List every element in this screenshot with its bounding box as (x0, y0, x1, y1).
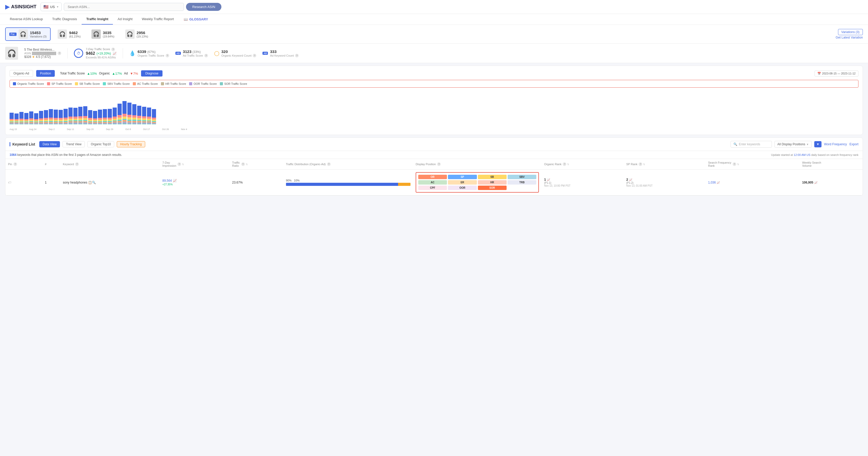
tab-reverse-asin[interactable]: Reverse ASIN Lookup (5, 14, 48, 25)
dp-info[interactable]: ? (437, 162, 441, 166)
bar-segment (122, 101, 127, 114)
col-impression: 7-DayImpression?⇅ (160, 159, 230, 170)
legend-sbv: SBV Traffic Score (103, 82, 130, 85)
product-price: $328 (24, 55, 31, 59)
organic-rank-value: 1 📈 (544, 178, 621, 181)
bar-group (147, 108, 151, 124)
bar-group (9, 113, 14, 124)
x-label (18, 128, 23, 131)
keyword-search-input[interactable]: 🔍 Enter keywords (731, 141, 772, 148)
dist-info[interactable]: ? (327, 162, 331, 166)
product-item-1[interactable]: Par. 🎧 15453 Variations (3) (5, 27, 51, 41)
product-item-4[interactable]: 🎧 2956 (19.13%) (121, 28, 152, 40)
bar-group (98, 109, 102, 124)
traffic-score-block: ⏱ 7-Day Traffic Score ? 9462 (+19.20%) 📈… (74, 48, 116, 59)
tr-info[interactable]: ? (241, 162, 245, 166)
copy-icon[interactable]: 📋 (88, 181, 92, 184)
bar-segment (127, 103, 131, 115)
x-label (132, 128, 137, 131)
pin-tag-icon[interactable]: 🏷 (8, 181, 11, 184)
get-latest-variation[interactable]: Get Latest Variation (836, 36, 863, 39)
word-frequency-button[interactable]: Word Frequency (824, 142, 847, 146)
bar-segment (44, 118, 48, 120)
bar-group (83, 106, 87, 124)
divider (67, 48, 68, 58)
hourly-tracking-button[interactable]: Hourly Tracking (117, 141, 145, 147)
or-info[interactable]: ? (563, 162, 566, 166)
ad-pct: 10% (294, 179, 300, 182)
ad-traffic-pct: (33%) (192, 50, 201, 54)
ad-kw-info-icon[interactable]: ? (295, 54, 299, 57)
x-label: Aug 24 (29, 128, 37, 131)
pos-badge-cpf: CPF (418, 186, 447, 190)
search-area: 🇺🇸 US ▼ Research ASIN (40, 3, 221, 11)
tab-position[interactable]: Position (36, 70, 55, 77)
bar-segment (118, 123, 122, 124)
bar-group (20, 112, 24, 124)
asin-search-input[interactable] (64, 3, 184, 11)
sfr-value: 1,036 (708, 181, 716, 184)
legend-ac: AC Traffic Score (133, 82, 158, 85)
pos-empty (507, 186, 536, 190)
translate-icon[interactable]: 🔍 (92, 181, 96, 184)
bar-group (68, 108, 72, 124)
filter-apply-button[interactable]: ▼ (814, 141, 822, 147)
logo-icon: ▶ (5, 4, 9, 10)
legend-dot-sb (75, 82, 78, 85)
col-weekly-search: Weekly SearchVolume (800, 159, 863, 170)
organic-change-label: Organic (99, 72, 110, 75)
organic-kw-info-icon[interactable]: ? (253, 54, 256, 57)
imp-info[interactable]: ? (178, 162, 181, 166)
bar-segment (137, 123, 141, 124)
bar-segment (20, 112, 24, 119)
bar-segment (122, 123, 127, 124)
glossary-label: GLOSSARY (189, 17, 208, 21)
chevron-down-icon: ▼ (56, 5, 59, 8)
kw-info[interactable]: ? (75, 162, 79, 166)
bar-segment (142, 118, 146, 120)
date-range-picker[interactable]: 📅 2023-08-15 — 2023-11-12 (814, 70, 859, 77)
organic-top10-button[interactable]: Organic Top10 (87, 141, 114, 147)
ad-info-icon[interactable]: ? (204, 54, 208, 57)
rating-value: 4.5 (36, 55, 40, 59)
organic-info-icon[interactable]: ? (165, 54, 169, 57)
product-item-2[interactable]: 🎧 9462 (61.23%) (54, 28, 85, 40)
filter-chevron: ▼ (806, 143, 809, 146)
product-meta: 5 The Best Wireless... ASIN ████████████… (24, 48, 61, 59)
country-selector[interactable]: 🇺🇸 US ▼ (40, 3, 62, 11)
sp-info[interactable]: ? (639, 162, 642, 166)
product-sub-1: Variations (3) (30, 35, 47, 38)
variations-button[interactable]: Variations (3) (838, 29, 863, 35)
legend-dot-organic (13, 82, 16, 85)
tab-organic-ad[interactable]: Organic-Ad (9, 70, 33, 77)
bar-segment (127, 115, 131, 117)
tab-ad-insight[interactable]: Ad Insight (113, 14, 137, 25)
traffic-score-info-icon[interactable]: ? (111, 48, 115, 51)
bar-group (64, 108, 68, 124)
research-asin-button[interactable]: Research ASIN (186, 3, 221, 11)
position-filter-dropdown[interactable]: All Display Positions ▼ (774, 141, 812, 148)
diagnose-button[interactable]: Diagnose (141, 70, 162, 77)
tab-traffic-diagnosis[interactable]: Traffic Diagnosis (48, 14, 82, 25)
sfr-info[interactable]: ? (733, 162, 736, 166)
bar-segment (34, 124, 38, 124)
bar-segment (132, 123, 136, 124)
calendar-icon: 📅 (817, 72, 821, 75)
export-button[interactable]: Export (849, 142, 859, 146)
product-item-3[interactable]: 🎧 3035 (19.64%) (88, 28, 118, 40)
col-pin: Pin? (5, 159, 42, 170)
traffic-distribution-bar (286, 183, 410, 186)
trend-view-button[interactable]: Trend View (63, 141, 85, 147)
cell-organic-rank: 1 📈(P1-1)Nov 13, 10:00 PM PST (541, 170, 624, 195)
ad-badge: AD (176, 52, 181, 55)
bar-segment (113, 123, 117, 124)
glossary-button[interactable]: 📖 GLOSSARY (184, 14, 208, 24)
tab-weekly-traffic[interactable]: Weekly Traffic Report (137, 14, 179, 25)
bar-segment (113, 117, 117, 119)
asin-info-icon[interactable]: ? (58, 52, 61, 55)
tab-traffic-insight[interactable]: Traffic Insight (82, 14, 113, 25)
bar-segment (49, 124, 53, 124)
x-label: Nov 4 (181, 128, 187, 131)
data-view-button[interactable]: Data View (39, 141, 60, 147)
pin-info[interactable]: ? (13, 162, 17, 166)
